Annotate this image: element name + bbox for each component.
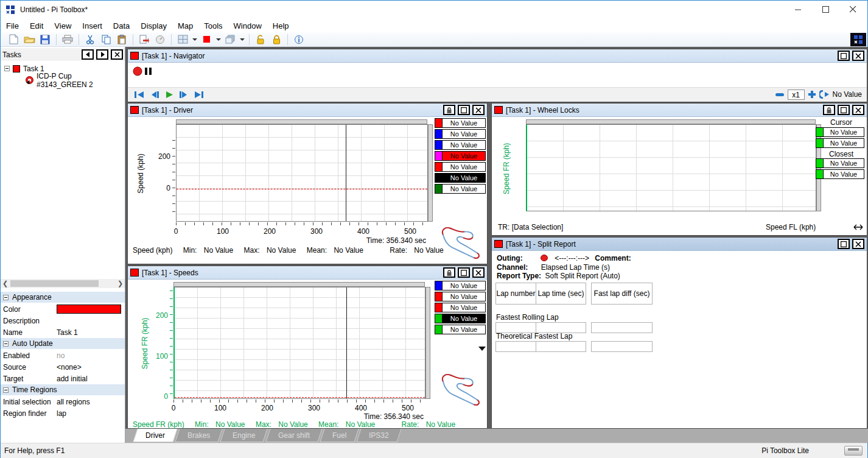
legend-entry[interactable]: No Value [435, 173, 486, 183]
legend-entry[interactable]: No Value [435, 118, 486, 128]
menu-edit[interactable]: Edit [24, 20, 49, 32]
fast-lap-diff-cell[interactable] [592, 342, 652, 351]
zoom-in-icon[interactable] [808, 90, 816, 99]
skip-end-icon[interactable] [194, 90, 205, 99]
prop-value[interactable]: Task 1 [57, 328, 78, 337]
task-color-icon[interactable] [200, 33, 213, 46]
menu-insert[interactable]: Insert [77, 20, 108, 32]
collapse-icon[interactable] [4, 66, 10, 71]
collapse-icon[interactable] [3, 387, 9, 393]
displays-icon[interactable] [223, 33, 237, 46]
titlebar[interactable]: Untitled - Pi Toolbox* [1, 1, 867, 19]
legend-entry[interactable]: No Value [435, 151, 486, 161]
cursor-step-icon[interactable] [819, 90, 830, 99]
outing-marker-icon[interactable] [541, 255, 548, 261]
prop-row-source[interactable]: Source <none> [1, 361, 125, 373]
color-value-swatch[interactable] [57, 305, 121, 314]
tree-item-outing[interactable]: ICD-P Cup #3143_GREEN 2 [4, 74, 124, 86]
prop-row-description[interactable]: Description [1, 315, 125, 326]
wheel-locks-plot-area[interactable] [526, 124, 816, 211]
legend-entry[interactable]: No Value [435, 325, 486, 334]
speeds-plot-area[interactable] [173, 287, 425, 399]
panel-scroll-right-button[interactable] [96, 49, 108, 60]
open-file-icon[interactable] [23, 33, 36, 46]
lap-number-cell[interactable] [496, 342, 536, 351]
legend-entry[interactable]: No Value [435, 140, 486, 150]
chart-top-scrollbar[interactable] [176, 119, 427, 124]
prop-value[interactable]: no [57, 351, 65, 360]
prop-row-region-finder[interactable]: Region finder lap [1, 407, 125, 419]
panel-close-button[interactable] [111, 49, 123, 60]
panel-scroll-left-button[interactable] [82, 49, 94, 60]
legend-entry[interactable]: No Value [435, 129, 486, 139]
collapse-icon[interactable] [3, 295, 9, 300]
time-cursor[interactable] [346, 125, 346, 221]
skip-start-icon[interactable] [134, 90, 145, 99]
chart-top-scrollbar[interactable] [526, 119, 816, 124]
tab-driver[interactable]: Driver [133, 429, 177, 442]
menu-map[interactable]: Map [172, 20, 198, 32]
horizontal-resize-icon[interactable] [853, 224, 863, 231]
unlock-icon[interactable] [254, 33, 267, 46]
fast-lap-diff-cell[interactable] [592, 323, 652, 333]
split-report-titlebar[interactable]: [Task 1] - Split Report [492, 238, 867, 251]
lock-icon[interactable] [823, 105, 835, 115]
display-layout-icon[interactable] [176, 33, 189, 46]
displays-dropdown-icon[interactable] [240, 38, 245, 41]
chart-top-scrollbar[interactable] [173, 282, 425, 287]
prop-row-initial-selection[interactable]: Initial selection all regions [1, 396, 125, 407]
prop-value[interactable]: all regions [57, 398, 90, 406]
scrollbar-right-arrow-icon[interactable]: ❯ [116, 280, 125, 287]
collapse-icon[interactable] [3, 341, 9, 347]
new-document-icon[interactable] [7, 33, 20, 46]
maximize-button[interactable] [812, 1, 839, 18]
legend-entry[interactable]: No Value [435, 292, 486, 301]
chart-right-scrollbar[interactable] [425, 287, 430, 399]
panel-horizontal-scrollbar[interactable]: ❮ ❯ [1, 279, 125, 288]
tab-brakes[interactable]: Brakes [175, 429, 223, 442]
wheel-locks-titlebar[interactable]: [Task 1] - Wheel Locks [492, 104, 867, 117]
time-cursor[interactable] [346, 287, 347, 398]
copy-icon[interactable] [99, 33, 113, 46]
lock-icon[interactable] [443, 267, 455, 278]
close-button[interactable] [839, 1, 867, 18]
column-header[interactable]: Lap time (sec) [536, 283, 586, 304]
resize-grip[interactable] [844, 446, 863, 456]
scrollbar-left-arrow-icon[interactable]: ❮ [1, 280, 10, 287]
menu-help[interactable]: Help [267, 20, 295, 32]
driver-plot-area[interactable] [176, 124, 428, 222]
export-report-icon[interactable] [138, 33, 151, 46]
menu-data[interactable]: Data [108, 20, 135, 32]
tab-engine[interactable]: Engine [220, 429, 268, 442]
lock-icon[interactable] [443, 105, 455, 115]
maximize-button[interactable] [458, 267, 470, 278]
menu-window[interactable]: Window [228, 20, 267, 32]
legend-entry[interactable]: No Value [435, 303, 486, 312]
prop-row-name[interactable]: Name Task 1 [1, 326, 125, 338]
legend-entry[interactable]: No Value [816, 138, 864, 148]
tab-ips32[interactable]: IPS32 [357, 429, 402, 442]
task-color-dropdown-icon[interactable] [216, 38, 221, 41]
legend-entry[interactable]: No Value [816, 169, 864, 179]
prop-row-color[interactable]: Color [1, 303, 125, 315]
legend-entry[interactable]: No Value [435, 281, 486, 291]
legend-entry[interactable]: No Value [816, 158, 864, 168]
track-map[interactable] [435, 370, 487, 409]
column-header[interactable]: Lap number [496, 283, 536, 304]
zoom-factor-input[interactable]: x1 [788, 90, 805, 100]
menu-tools[interactable]: Tools [198, 20, 228, 32]
about-icon[interactable] [292, 33, 306, 46]
menu-file[interactable]: File [1, 20, 24, 32]
chart-right-scrollbar[interactable] [428, 124, 433, 222]
step-forward-icon[interactable] [178, 90, 189, 99]
close-icon[interactable] [852, 239, 864, 249]
minimize-button[interactable] [785, 1, 812, 18]
legend-entry[interactable]: No Value [435, 184, 486, 194]
track-map[interactable] [435, 223, 487, 262]
close-icon[interactable] [472, 105, 485, 115]
section-time-regions[interactable]: Time Regions [1, 384, 125, 396]
save-icon[interactable] [38, 33, 52, 46]
pi-toolbox-logo-button[interactable] [850, 33, 866, 46]
paste-icon[interactable] [115, 33, 128, 46]
scrollbar-thumb[interactable] [10, 280, 99, 287]
